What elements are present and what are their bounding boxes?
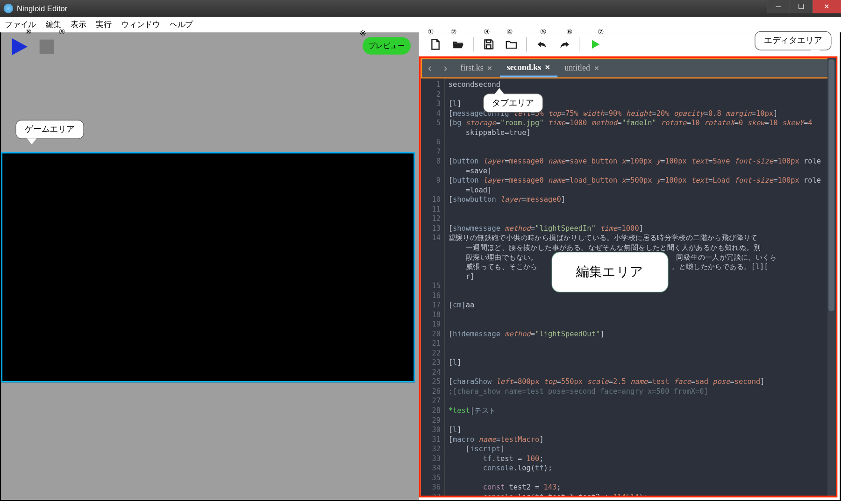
preview-button[interactable]: プレビュー [363,37,411,55]
marker-7: ⑦ [598,28,604,36]
callout-tab-area: タブエリア [483,93,543,113]
tab-untitled[interactable]: untitled ✕ [557,59,606,77]
note-mark: ※ [359,29,366,39]
vertical-scrollbar[interactable] [827,78,836,496]
marker-3: ③ [484,28,490,36]
tab-first-ks[interactable]: first.ks ✕ [453,59,499,77]
marker-9: ⑨ [59,28,65,36]
tab-scroll-left-icon[interactable]: ‹ [422,59,437,77]
run-icon[interactable] [586,35,604,53]
window-minimize-button[interactable]: ─ [767,0,790,13]
window-maximize-button[interactable]: ☐ [790,0,812,13]
tab-second-ks[interactable]: second.ks ✕ [499,59,557,77]
folder-icon[interactable] [502,35,520,53]
menubar: ファイル 編集 表示 実行 ウィンドウ ヘルプ [0,17,841,32]
callout-game-area: ゲームエリア [15,120,84,139]
open-folder-icon[interactable] [449,35,467,53]
app-logo-icon [4,4,14,14]
new-file-icon[interactable] [426,35,444,53]
menu-run[interactable]: 実行 [96,19,111,29]
menu-help[interactable]: ヘルプ [170,19,193,29]
tab-close-icon[interactable]: ✕ [545,64,550,71]
menu-view[interactable]: 表示 [71,19,86,29]
tab-bar: ‹ › first.ks ✕ second.ks ✕ untitled ✕ [421,58,836,78]
marker-8: ⑧ [25,28,32,36]
window-titlebar: Ningloid Editor ─ ☐ ✕ [0,0,841,17]
tab-label: first.ks [460,64,483,73]
line-number-gutter: 1 2 3 4 5 6 7 8 9 10 11 12 13 14 15 16 1… [421,78,445,496]
undo-icon[interactable] [533,35,551,53]
svg-rect-0 [486,40,491,43]
svg-marker-2 [592,40,599,49]
play-button-icon[interactable] [12,38,28,55]
tab-scroll-right-icon[interactable]: › [438,59,453,77]
redo-icon[interactable] [556,35,573,53]
callout-editor-area: エディタエリア [755,31,831,50]
tab-label: second.ks [507,63,541,72]
tab-close-icon[interactable]: ✕ [487,64,492,72]
tab-close-icon[interactable]: ✕ [594,64,599,72]
menu-window[interactable]: ウィンドウ [121,19,160,29]
marker-2: ② [450,28,457,36]
marker-1: ① [428,28,434,36]
tab-label: untitled [564,64,590,73]
window-title: Ningloid Editor [17,4,67,13]
window-close-button[interactable]: ✕ [812,0,841,13]
save-icon[interactable] [479,35,497,53]
game-panel: ⑧ ⑨ ※ プレビュー [1,32,419,500]
stop-button-icon[interactable] [40,40,54,54]
callout-edit-area: 編集エリア [551,252,668,292]
game-viewport[interactable] [1,152,415,383]
marker-5: ⑤ [540,28,547,36]
marker-4: ④ [506,28,513,36]
marker-6: ⑥ [566,28,573,36]
svg-rect-1 [486,45,491,49]
